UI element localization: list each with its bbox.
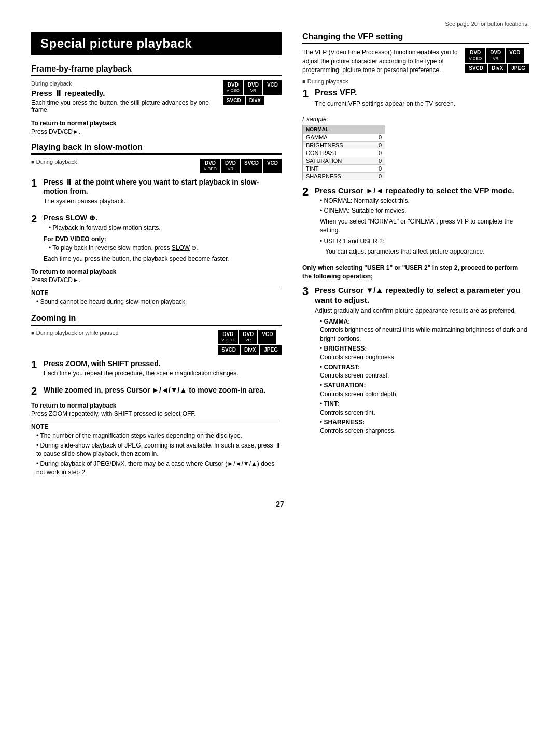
badge-vcd-s: VCD — [263, 159, 282, 173]
zoom-note-bullets: The number of the magnification steps va… — [31, 431, 282, 477]
slowmo-step1-title: Press ⏸ at the point where you want to s… — [44, 177, 282, 196]
for-dvd-label: For DVD VIDEO only: — [44, 235, 282, 243]
zoom-note-1: The number of the magnification steps va… — [36, 431, 282, 440]
badge-dvd-vr-v: DVDVR — [486, 48, 505, 63]
vfp-section-title: Changing the VFP setting — [302, 32, 529, 44]
left-column: Special picture playback Frame-by-frame … — [31, 32, 282, 484]
vfp-step2-bullet-2: CINEMA: Suitable for movies. — [320, 206, 529, 215]
zoom-section: Zooming in During playback or while paus… — [31, 314, 282, 477]
vfp-example-label: Example: — [302, 116, 529, 123]
vfp-table-header: NORMAL — [303, 125, 385, 133]
vfp-step3-tint: TINT:Controls screen tint. — [320, 400, 529, 417]
frame-body: Each time you press the button, the stil… — [31, 99, 218, 114]
vfp-intro: The VFP (Video Fine Processor) function … — [302, 48, 460, 74]
slowmo-step2-title: Press SLOW ⊕. — [44, 213, 282, 222]
zoom-step1-title: Press ZOOM, with SHIFT pressed. — [44, 359, 282, 368]
vfp-step2-user-bullets: USER 1 and USER 2: — [315, 237, 529, 246]
badge-dvd-video-z: DVDVIDEO — [218, 330, 238, 344]
slowmo-note-bullet: Sound cannot be heard during slow-motion… — [36, 298, 282, 306]
vfp-step3-contrast: CONTRAST:Controls screen contrast. — [320, 363, 529, 381]
badge-dvd-vr-s: DVDVR — [221, 159, 240, 173]
badge-dvd-vr: DVDVR — [244, 80, 262, 95]
vfp-during-label: During playback — [302, 78, 529, 85]
frame-by-frame-section: Frame-by-frame playback During playback … — [31, 64, 282, 135]
badge-vcd-v: VCD — [506, 48, 524, 63]
zoom-step1: 1 Press ZOOM, with SHIFT pressed. Each t… — [31, 359, 282, 380]
slowmo-note-bullets: Sound cannot be heard during slow-motion… — [31, 298, 282, 306]
badge-divx-1: DivX — [246, 96, 264, 105]
zoom-note: NOTE The number of the magnification ste… — [31, 421, 282, 477]
vfp-step1: 1 Press VFP. The current VFP settings ap… — [302, 88, 529, 110]
badge-svcd-z: SVCD — [218, 345, 240, 355]
vfp-table-row-saturation: SATURATION0 — [303, 157, 385, 164]
badge-dvd-video-v: DVDVIDEO — [465, 48, 485, 63]
zoom-badges: DVDVIDEO DVDVR VCD SVCD DivX JPEG — [218, 330, 282, 355]
slowmo-dvd-bullet: To play back in reverse slow-motion, pre… — [49, 244, 282, 253]
zoom-note-3: During playback of JPEG/DivX, there may … — [36, 459, 282, 477]
vfp-badges-top-group: DVDVIDEO DVDVR VCD SVCD DivX JPEG — [465, 48, 529, 73]
vfp-step2-user-1: USER 1 and USER 2: — [320, 237, 529, 246]
right-column: Changing the VFP setting The VFP (Video … — [302, 32, 529, 484]
slowmo-bullet-1: Playback in forward slow-motion starts. — [49, 224, 282, 232]
vfp-step2-bullets: NORMAL: Normally select this. CINEMA: Su… — [315, 197, 529, 215]
zoom-note-title: NOTE — [31, 423, 282, 430]
badge-dvd-video: DVDVIDEO — [223, 80, 243, 95]
frame-return-label: To return to normal playback — [31, 120, 282, 127]
badge-svcd-1: SVCD — [223, 96, 245, 105]
badge-svcd-s: SVCD — [241, 159, 262, 173]
badge-dvd-vr-z: DVDVR — [239, 330, 257, 344]
frame-section-title: Frame-by-frame playback — [31, 64, 282, 76]
vfp-table-row-contrast: CONTRAST0 — [303, 149, 385, 157]
zoom-return-body: Press ZOOM repeatedly, with SHIFT presse… — [31, 410, 282, 417]
frame-badges: DVDVIDEO DVDVR VCD SVCD DivX — [223, 80, 282, 105]
slowmo-section-title: Playing back in slow-motion — [31, 143, 282, 155]
vfp-step3-title: Press Cursor ▼/▲ repeatedly to select a … — [315, 285, 529, 305]
vfp-table-row-tint: TINT0 — [303, 164, 385, 172]
vfp-step3-saturation: SATURATION:Controls screen color depth. — [320, 381, 529, 399]
slowmo-return-label: To return to normal playback — [31, 268, 282, 275]
slowmo-step1: 1 Press ⏸ at the point where you want to… — [31, 177, 282, 208]
vfp-step2-bullet-1: NORMAL: Normally select this. — [320, 197, 529, 205]
zoom-section-title: Zooming in — [31, 314, 282, 326]
zoom-note-2: During slide-show playback of JPEG, zoom… — [36, 441, 282, 459]
vfp-step3-prenote: Only when selecting "USER 1" or "USER 2"… — [302, 263, 529, 281]
slowmo-dvd-bullets: To play back in reverse slow-motion, pre… — [44, 244, 282, 253]
main-title: Special picture playback — [31, 32, 282, 55]
badge-vcd-1: VCD — [263, 80, 282, 95]
slowmo-section: Playing back in slow-motion During playb… — [31, 143, 282, 306]
zoom-step1-body: Each time you repeat the procedure, the … — [44, 369, 282, 378]
vfp-step3-brightness: BRIGHTNESS:Controls screen brightness. — [320, 344, 529, 362]
frame-press-heading: Press ⏸ repeatedly. — [31, 89, 218, 97]
vfp-step2-title: Press Cursor ►/◄ repeatedly to select th… — [315, 186, 529, 196]
badge-jpeg-v: JPEG — [508, 64, 529, 73]
vfp-step1-title: Press VFP. — [315, 88, 529, 99]
slowmo-badges: DVDVIDEO DVDVR SVCD VCD — [200, 159, 282, 173]
vfp-step3-sharpness: SHARPNESS:Controls screen sharpness. — [320, 418, 529, 436]
frame-badge-area: During playback Press ⏸ repeatedly. Each… — [31, 80, 282, 116]
vfp-step2: 2 Press Cursor ►/◄ repeatedly to select … — [302, 186, 529, 258]
vfp-table-row-sharpness: SHARPNESS0 — [303, 172, 385, 180]
slowmo-note-title: NOTE — [31, 289, 282, 297]
vfp-step3: 3 Press Cursor ▼/▲ repeatedly to select … — [302, 285, 529, 438]
badge-dvd-video-s: DVDVIDEO — [200, 159, 220, 173]
badge-divx-z: DivX — [241, 345, 259, 355]
vfp-step2-user-body: You can adjust parameters that affect pi… — [315, 247, 529, 256]
slowmo-step2-bullets: Playback in forward slow-motion starts. — [44, 224, 282, 232]
badge-vcd-z: VCD — [258, 330, 276, 344]
vfp-table-row-gamma: GAMMA0 — [303, 133, 385, 141]
frame-return-body: Press DVD/CD►. — [31, 128, 282, 135]
slowmo-return-body: Press DVD/CD►. — [31, 276, 282, 284]
vfp-section: Changing the VFP setting The VFP (Video … — [302, 32, 529, 438]
frame-during-label: During playback — [31, 80, 218, 87]
vfp-step3-gamma: GAMMA:Controls brightness of neutral tin… — [320, 317, 529, 343]
vfp-step3-body: Adjust gradually and confirm picture app… — [315, 306, 529, 315]
slowmo-after-bullet: Each time you press the button, the play… — [44, 255, 282, 263]
badge-svcd-v: SVCD — [465, 64, 487, 73]
slowmo-step2: 2 Press SLOW ⊕. Playback in forward slow… — [31, 213, 282, 263]
zoom-return-label: To return to normal playback — [31, 402, 282, 409]
slowmo-step1-body: The system pauses playback. — [44, 197, 282, 206]
zoom-step2: 2 While zoomed in, press Cursor ►/◄/▼/▲ … — [31, 385, 282, 397]
zoom-step2-title: While zoomed in, press Cursor ►/◄/▼/▲ to… — [44, 385, 282, 395]
vfp-table-row-brightness: BRIGHTNESS0 — [303, 141, 385, 149]
badge-jpeg-z: JPEG — [260, 345, 282, 355]
